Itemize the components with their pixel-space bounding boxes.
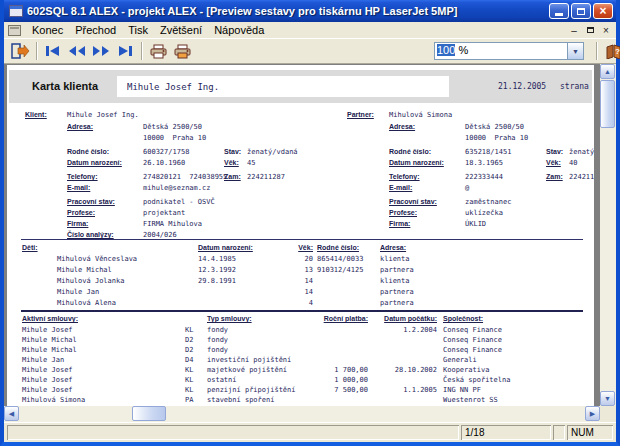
stav-label: Stav:: [546, 148, 563, 155]
klient-vek: 45: [247, 159, 255, 167]
deti-header-name: Děti:: [22, 244, 38, 251]
cell-spol: Česká spořitelna: [443, 376, 510, 384]
menu-bar: Konec Přechod Tisk Zvětšení Nápověda – ×: [4, 22, 616, 39]
cell-spol: Conseq Finance: [443, 336, 502, 344]
cell-adresa: klienta: [380, 255, 410, 263]
report-title: Karta klienta: [32, 80, 98, 92]
close-button[interactable]: ×: [593, 3, 613, 19]
partner-adresa1: Dětská 2500/50: [465, 123, 524, 131]
klient-stav: ženatý/vdaná: [247, 148, 298, 156]
status-empty-panel: [553, 425, 565, 440]
scroll-right-button[interactable]: ▶: [585, 406, 600, 421]
cell-vek: 14: [277, 288, 313, 296]
preview-area: Karta klienta Mihule Josef Ing. 21.12.20…: [4, 64, 616, 422]
scroll-up-button[interactable]: ▲: [600, 64, 615, 79]
report-header-band: Karta klienta Mihule Josef Ing. 21.12.20…: [9, 70, 592, 103]
smlouvy-header-spol: Společnost:: [443, 315, 483, 322]
vertical-scroll-thumb[interactable]: [600, 80, 615, 128]
menu-konec[interactable]: Konec: [26, 23, 69, 37]
print-setup-button[interactable]: [170, 41, 194, 62]
klient-name: Mihule Josef Ing.: [67, 111, 139, 119]
menu-prechod[interactable]: Přechod: [69, 23, 122, 37]
report-page: Karta klienta Mihule Josef Ing. 21.12.20…: [7, 65, 594, 406]
zam-label: Zam:: [546, 173, 563, 180]
pracovni-stav-label: Pracovní stav:: [67, 198, 115, 205]
klient-cislo: 2004/026: [143, 231, 177, 239]
partner-zam: 224211287: [569, 173, 594, 181]
cell-name: Mihule Josef: [22, 386, 73, 394]
horizontal-scroll-thumb[interactable]: [132, 406, 166, 421]
app-icon: [9, 5, 23, 17]
table-row: Mihulová Věnceslava14.4.198520865414/003…: [7, 255, 594, 266]
cell-name: Mihule Josef: [22, 376, 73, 384]
mdi-system-icon[interactable]: [8, 25, 21, 36]
cell-spol: Kooperativa: [443, 366, 489, 374]
scrollbar-corner: [600, 406, 616, 422]
svg-text:?: ?: [615, 47, 620, 56]
mdi-restore-button[interactable]: [582, 24, 598, 37]
first-page-button[interactable]: [41, 41, 65, 62]
cell-code: D2: [185, 346, 193, 354]
help-button[interactable]: ?: [601, 41, 620, 62]
stav-label: Stav:: [224, 148, 241, 155]
zoom-combobox[interactable]: 100 % ▼: [434, 42, 584, 60]
table-row: Mihule JosefKLpenzijní připojištění7 500…: [7, 386, 594, 396]
minimize-icon: [555, 13, 563, 16]
cell-datum: 29.8.1991: [198, 277, 236, 285]
telefony-label: Telefony:: [67, 173, 98, 180]
cell-rodne: 865414/0033: [317, 255, 363, 263]
toolbar-separator: [141, 42, 142, 60]
horizontal-scrollbar[interactable]: ◀ ▶: [4, 406, 600, 422]
vertical-scrollbar[interactable]: ▲ ▼: [600, 64, 616, 406]
menu-tisk[interactable]: Tisk: [122, 23, 154, 37]
minimize-button[interactable]: [549, 3, 569, 19]
report-page-label: strana: [560, 82, 589, 91]
cell-typ: fondy: [207, 326, 228, 334]
previous-page-button[interactable]: [65, 41, 89, 62]
restore-button[interactable]: [571, 3, 591, 19]
cell-typ: fondy: [207, 346, 228, 354]
next-page-button[interactable]: [89, 41, 113, 62]
cell-name: Mihule Josef: [22, 326, 73, 334]
partner-label: Partner:: [347, 111, 374, 118]
print-button[interactable]: [146, 41, 170, 62]
scroll-right-icon: ▶: [590, 410, 595, 417]
cell-code: KL: [185, 376, 193, 384]
table-row: Mihule JosefKLostatní1 000,00Česká spoři…: [7, 376, 594, 386]
cell-name: Mihulová Jolanka: [57, 277, 124, 285]
cell-code: D4: [185, 356, 193, 364]
menu-napoveda[interactable]: Nápověda: [208, 23, 270, 37]
section-divider: [21, 310, 583, 312]
menu-zvetseni[interactable]: Zvětšení: [154, 23, 208, 37]
mdi-minimize-button[interactable]: –: [566, 24, 582, 37]
cell-name: Mihulová Simona: [22, 396, 85, 404]
cell-code: KL: [185, 326, 193, 334]
cell-datum: 1.2.2004: [372, 326, 437, 334]
cell-platba: 1 700,00: [303, 366, 368, 374]
smlouvy-header-datum: Datum počátku:: [372, 315, 437, 322]
smlouvy-header-typ: Typ smlouvy:: [207, 315, 252, 322]
rodne-label: Rodné číslo:: [67, 148, 109, 155]
cell-code: D2: [185, 336, 193, 344]
client-name-box: Mihule Josef Ing.: [117, 76, 449, 97]
exit-preview-button[interactable]: [8, 41, 32, 62]
firma-label: Firma:: [389, 220, 410, 227]
cell-platba: 1 000,00: [303, 376, 368, 384]
toolbar: 100 % ▼ ?: [4, 39, 616, 64]
scroll-down-button[interactable]: ▼: [600, 391, 615, 406]
partner-datum: 18.3.1965: [465, 159, 503, 167]
cell-name: Mihule Jan: [57, 288, 99, 296]
klient-email: mihule@seznam.cz: [143, 184, 210, 192]
vek-label: Věk:: [546, 159, 561, 166]
cell-name: Mihule Jan: [22, 356, 64, 364]
mdi-close-button[interactable]: ×: [598, 24, 614, 37]
klient-rodne: 600327/1758: [143, 148, 189, 156]
cell-vek: 4: [277, 299, 313, 307]
zoom-dropdown-button[interactable]: ▼: [567, 43, 583, 59]
scroll-down-icon: ▼: [604, 395, 611, 402]
zoom-input[interactable]: 100 %: [435, 43, 567, 59]
cell-name: Mihule Josef: [22, 366, 73, 374]
last-page-button[interactable]: [113, 41, 137, 62]
scroll-left-button[interactable]: ◀: [4, 406, 19, 421]
datum-narozeni-label: Datum narození:: [389, 159, 444, 166]
